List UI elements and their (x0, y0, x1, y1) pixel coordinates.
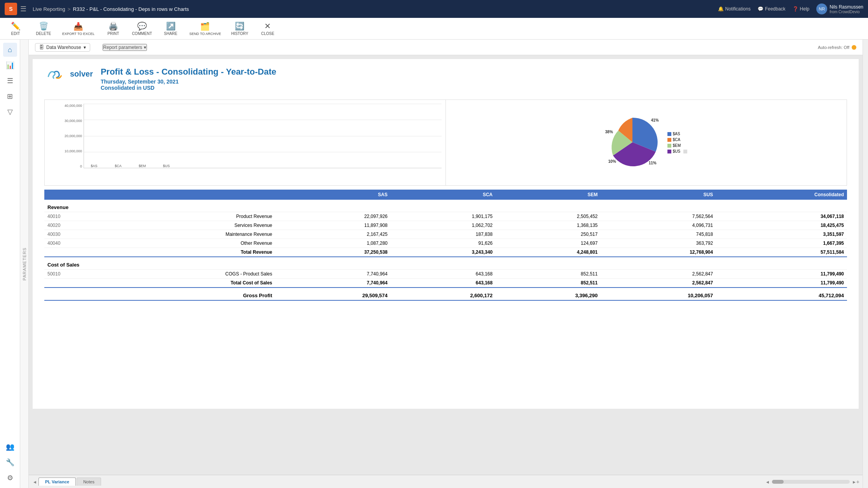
params-label: Parameters (22, 247, 27, 281)
table-header-row: SAS SCA SEM SUS Consolidated (44, 190, 847, 200)
table-row: 40020 Services Revenue 11,897,908 1,062,… (44, 221, 847, 230)
section-header-revenue: Revenue (44, 200, 847, 212)
sus-40030: 745,818 (601, 230, 716, 239)
edit-icon: ✏️ (11, 21, 21, 31)
sidebar-item-list[interactable]: ☰ (3, 74, 17, 88)
col-header-empty1 (44, 190, 64, 200)
delete-button[interactable]: 🗑️ DELETE (34, 21, 53, 36)
autorefresh-indicator (852, 45, 856, 50)
hamburger-menu[interactable]: ☰ (20, 5, 26, 13)
send-archive-button[interactable]: 🗂️ SEND TO ARCHIVE (189, 22, 221, 36)
share-button[interactable]: ↗️ SHARE (161, 21, 180, 36)
sca-50010: 643,168 (391, 270, 496, 279)
gridline-1 (84, 120, 442, 120)
close-button[interactable]: ✕ CLOSE (258, 21, 277, 36)
print-button[interactable]: 🖨️ PRINT (104, 21, 122, 36)
tab-add[interactable]: + (856, 479, 859, 485)
right-scrollbar[interactable] (863, 40, 868, 488)
top-nav-bar: S ☰ Live Reporting > R332 - P&L - Consol… (0, 0, 868, 18)
tab-scrollbar-right[interactable]: ▸ (853, 479, 856, 485)
excel-icon: 📥 (73, 22, 83, 31)
history-button[interactable]: 🔄 HISTORY (231, 21, 249, 36)
bar-sas: $AS (88, 163, 100, 168)
trash-icon: 🗑️ (39, 21, 49, 31)
user-name: Nils Rasmussen (830, 4, 863, 10)
notifications-button[interactable]: 🔔 Notifications (718, 6, 751, 12)
left-sidebar: ⌂ 📊 ☰ ⊞ ▽ 👥 🔧 ⚙ (0, 40, 20, 488)
breadcrumb-live-reporting[interactable]: Live Reporting (33, 6, 65, 12)
sidebar-item-home[interactable]: ⌂ (3, 43, 17, 57)
cons-40040: 1,667,395 (716, 239, 847, 248)
help-button[interactable]: ❓ Help (793, 6, 810, 12)
breadcrumb: Live Reporting > R332 - P&L - Consolidat… (33, 6, 189, 12)
total-cos-label: Total Cost of Sales (64, 279, 275, 288)
total-cos-sem: 852,511 (496, 279, 601, 288)
cons-40010: 34,067,118 (716, 212, 847, 221)
report-paper: solver Profit & Loss - Consolidating - Y… (33, 59, 859, 409)
sas-40040: 1,087,280 (275, 239, 391, 248)
sca-40020: 1,062,702 (391, 221, 496, 230)
total-revenue-cons: 57,511,584 (716, 248, 847, 257)
bar-sus: $US (160, 163, 173, 168)
section-header-cos: Cost of Sales (44, 257, 847, 270)
history-icon: 🔄 (235, 21, 245, 31)
tab-scrollbar-track[interactable] (772, 480, 850, 484)
sus-50010: 2,562,847 (601, 270, 716, 279)
total-cos-empty (44, 279, 64, 288)
account-40040: 40040 (44, 239, 64, 248)
tab-scrollbar-left[interactable]: ◂ (766, 479, 769, 485)
pie-chart-box: 41% 38% 10% 11% $AS (446, 100, 847, 185)
data-warehouse-button[interactable]: 🗄 Data Warehouse ▾ (35, 43, 90, 52)
tab-scroll-left[interactable]: ◂ (32, 479, 38, 485)
total-row-cos: Total Cost of Sales 7,740,964 643,168 85… (44, 279, 847, 288)
gp-sas: 29,509,574 (275, 288, 391, 300)
report-date: Thursday, September 30, 2021 (101, 78, 276, 85)
report-parameters-button[interactable]: Report parameters ▾ (103, 44, 147, 51)
legend-sca: $CA (667, 138, 687, 142)
legend-dot-sca (667, 138, 671, 142)
gridline-3 (84, 152, 442, 152)
pie-legend: $AS $CA $EM (667, 132, 687, 153)
dropdown-arrow-icon: ▾ (84, 45, 86, 50)
total-revenue-sus: 12,768,904 (601, 248, 716, 257)
report-titles: Profit & Loss - Consolidating - Year-to-… (101, 67, 276, 95)
section-label-revenue: Revenue (44, 200, 847, 212)
sca-40040: 91,626 (391, 239, 496, 248)
tab-pl-variance[interactable]: PL Variance (38, 478, 76, 486)
sidebar-item-reports[interactable]: 📊 (3, 58, 17, 72)
sidebar-item-grid[interactable]: ⊞ (3, 89, 17, 103)
edit-button[interactable]: ✏️ EDIT (6, 21, 25, 36)
sidebar-item-integrations[interactable]: 🔧 (3, 455, 17, 469)
bar-sem: $EM (136, 163, 148, 168)
export-excel-button[interactable]: 📥 EXPORT TO EXCEL (62, 22, 94, 36)
sidebar-item-users[interactable]: 👥 (3, 440, 17, 454)
gp-sus: 10,206,057 (601, 288, 716, 300)
feedback-button[interactable]: 💬 Feedback (758, 6, 786, 12)
comment-button[interactable]: 💬 COMMENT (132, 21, 152, 36)
tab-notes[interactable]: Notes (77, 478, 101, 486)
sas-40010: 22,097,926 (275, 212, 391, 221)
sidebar-item-settings[interactable]: ⚙ (3, 471, 17, 485)
main-layout: ⌂ 📊 ☰ ⊞ ▽ 👥 🔧 ⚙ Parameters 🗄 Data Wareho… (0, 40, 868, 488)
autorefresh-control: Auto-refresh: Off (818, 45, 856, 50)
user-avatar: NR (816, 3, 827, 14)
gp-sem: 3,396,290 (496, 288, 601, 300)
sem-40020: 1,368,135 (496, 221, 601, 230)
legend-sem: $EM (667, 143, 687, 148)
gridline-2 (84, 136, 442, 136)
section-label-cos: Cost of Sales (44, 257, 847, 270)
account-40030: 40030 (44, 230, 64, 239)
col-header-sus: SUS (601, 190, 716, 200)
col-header-empty2 (64, 190, 275, 200)
comment-icon: 💬 (137, 21, 147, 31)
sem-50010: 852,511 (496, 270, 601, 279)
gp-cons: 45,712,094 (716, 288, 847, 300)
total-revenue-empty (44, 248, 64, 257)
sidebar-item-filter[interactable]: ▽ (3, 105, 17, 119)
user-info: NR Nils Rasmussen from CrowdDevio (816, 3, 863, 14)
pct-label-41: 41% (651, 118, 659, 122)
account-40020: 40020 (44, 221, 64, 230)
legend-dot-extra (683, 150, 687, 153)
legend-sas: $AS (667, 132, 687, 136)
cons-50010: 11,799,490 (716, 270, 847, 279)
